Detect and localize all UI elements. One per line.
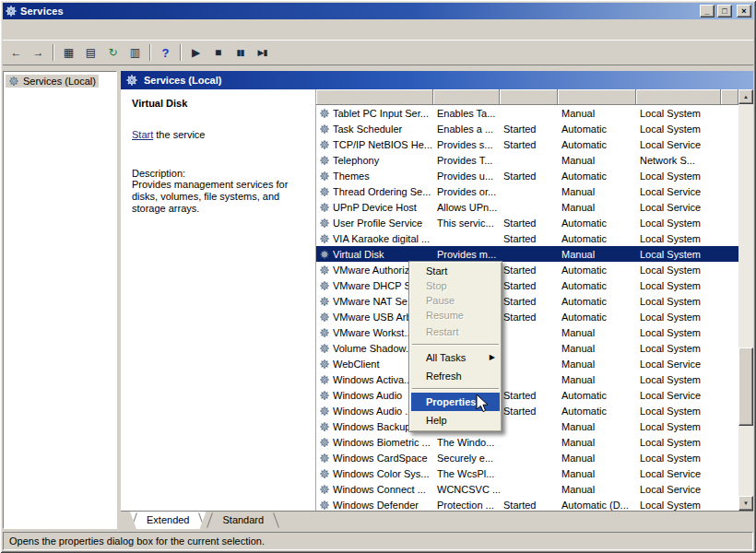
help-button[interactable]: ?: [155, 42, 176, 63]
Windows Defender[interactable]: Windows Defender Protection ... Started …: [316, 497, 738, 511]
Windows Backup[interactable]: Windows Backup Manual Local System: [316, 418, 738, 434]
menubar-item-file[interactable]: [4, 28, 17, 31]
menubar-item-view[interactable]: [30, 28, 42, 31]
cell-log-on-as: Local System: [636, 218, 721, 229]
close-button[interactable]: ×: [737, 5, 751, 18]
scroll-up-button[interactable]: ▲: [738, 89, 753, 104]
service-gear-icon: [319, 139, 330, 150]
properties-button[interactable]: ▤: [80, 42, 101, 63]
VIA Karaoke digital ...[interactable]: VIA Karaoke digital ... Started Automati…: [316, 230, 738, 246]
menubar-item-action[interactable]: [17, 28, 30, 31]
context-menu-item-all-tasks[interactable]: All Tasks ▶: [411, 348, 500, 367]
VMware USB Arb...[interactable]: VMware USB Arb... Started Automatic Loca…: [316, 309, 738, 324]
context-menu-item-label: Restart: [426, 326, 458, 337]
start-service-button[interactable]: ▶: [185, 42, 207, 63]
context-menu-item-refresh[interactable]: Refresh: [411, 367, 500, 385]
cell-log-on-as: Local System: [636, 296, 721, 307]
Volume Shadow...[interactable]: Volume Shadow... Manual Local System: [316, 340, 738, 356]
Telephony[interactable]: Telephony Provides T... Manual Network S…: [316, 152, 738, 168]
Windows CardSpace[interactable]: Windows CardSpace Securely e... Manual L…: [316, 450, 738, 465]
context-menu-item-stop[interactable]: Stop: [411, 278, 500, 293]
User Profile Service[interactable]: User Profile Service This servic... Star…: [316, 215, 738, 230]
Windows Activa...[interactable]: Windows Activa... Manual Local System: [316, 371, 738, 387]
service-gear-icon: [319, 374, 330, 385]
refresh-button[interactable]: ↻: [102, 42, 124, 63]
service-name-text: Thread Ordering Se...: [333, 186, 431, 197]
stop-service-button[interactable]: ■: [207, 42, 229, 63]
context-menu-item-label: Help: [426, 415, 447, 426]
context-menu-item-pause[interactable]: Pause: [411, 293, 500, 308]
column-header[interactable]: [636, 89, 721, 105]
VMware NAT Se...[interactable]: VMware NAT Se... Started Automatic Local…: [316, 293, 738, 309]
cell-startup-type: Manual: [558, 484, 636, 495]
toolbar: ← → ▦ ▤ ↻ ▥ ? ▶ ■ ▮▮ ▶▮: [3, 40, 753, 65]
cell-description: Enables Ta...: [433, 108, 500, 119]
column-header[interactable]: [500, 89, 558, 105]
Themes[interactable]: Themes Provides u... Started Automatic L…: [316, 168, 738, 183]
restart-service-button[interactable]: ▶▮: [252, 42, 273, 63]
cell-name: Windows Connect ...: [316, 484, 433, 495]
TCP/IP NetBIOS He...[interactable]: TCP/IP NetBIOS He... Provides s... Start…: [316, 136, 738, 152]
forward-button[interactable]: →: [28, 42, 49, 63]
service-action: Start the service: [132, 129, 304, 140]
maximize-button[interactable]: □: [717, 5, 732, 18]
cell-name: TCP/IP NetBIOS He...: [316, 139, 433, 150]
vertical-scrollbar[interactable]: ▲ ▼: [738, 89, 753, 511]
column-header[interactable]: [433, 89, 500, 105]
service-gear-icon: [319, 453, 330, 464]
show-console-tree-button[interactable]: ▦: [58, 42, 79, 63]
Windows Audio[interactable]: Windows Audio Started Automatic Local Se…: [316, 387, 738, 403]
scroll-down-button[interactable]: ▼: [738, 496, 753, 511]
cell-status: Started: [500, 218, 558, 229]
column-header[interactable]: [558, 89, 636, 105]
cell-status: Started: [500, 265, 558, 276]
column-header[interactable]: [721, 89, 738, 105]
Windows Color Sys...[interactable]: Windows Color Sys... The WcsPl... Manual…: [316, 465, 738, 481]
context-menu-item-help[interactable]: Help: [411, 411, 500, 429]
cell-log-on-as: Local Service: [636, 359, 721, 370]
context-menu-item-restart[interactable]: Restart: [411, 323, 500, 341]
Thread Ordering Se...[interactable]: Thread Ordering Se... Provides or... Man…: [316, 183, 738, 199]
Windows Connect ...[interactable]: Windows Connect ... WCNCSVC ... Manual L…: [316, 481, 738, 497]
WebClient[interactable]: WebClient Manual Local Service: [316, 356, 738, 371]
start-service-link[interactable]: Start: [132, 129, 153, 140]
VMware Workst...[interactable]: VMware Workst... Manual Local System: [316, 324, 738, 340]
VMware DHCP S...[interactable]: VMware DHCP S... Started Automatic Local…: [316, 277, 738, 293]
service-description: Provides management services for disks, …: [132, 179, 304, 215]
context-menu-item-start[interactable]: Start: [411, 264, 500, 278]
UPnP Device Host[interactable]: UPnP Device Host Allows UPn... Manual Lo…: [316, 199, 738, 215]
Task Scheduler[interactable]: Task Scheduler Enables a ... Started Aut…: [316, 121, 738, 136]
context-menu-item-label: Resume: [426, 310, 464, 321]
cell-name: VIA Karaoke digital ...: [316, 233, 433, 244]
tree-item-services-local[interactable]: Services (Local): [6, 75, 99, 88]
tab-extended[interactable]: Extended: [130, 512, 206, 529]
service-name-text: TCP/IP NetBIOS He...: [333, 139, 432, 150]
context-menu-separator[interactable]: [412, 344, 499, 346]
service-gear-icon: [319, 406, 330, 417]
Windows Biometric ...[interactable]: Windows Biometric ... The Windo... Manua…: [316, 434, 738, 450]
column-header[interactable]: [316, 89, 433, 105]
Windows Audio ...[interactable]: Windows Audio ... Started Automatic Loca…: [316, 403, 738, 418]
context-menu-separator[interactable]: [412, 388, 499, 390]
pause-service-button[interactable]: ▮▮: [230, 42, 251, 63]
service-gear-icon: [319, 171, 330, 182]
Tablet PC Input Ser...[interactable]: Tablet PC Input Ser... Enables Ta... Man…: [316, 105, 738, 121]
context-menu-item-resume[interactable]: Resume: [411, 308, 500, 323]
VMware Authoriz...[interactable]: VMware Authoriz... Started Automatic Loc…: [316, 262, 738, 277]
service-gear-icon: [319, 327, 330, 338]
service-name-text: VMware Authoriz...: [333, 265, 418, 276]
back-icon: ←: [11, 46, 22, 59]
scrollbar-thumb[interactable]: [738, 347, 753, 426]
tab-standard[interactable]: Standard: [206, 512, 280, 529]
minimize-button[interactable]: _: [700, 5, 715, 18]
cell-startup-type: Automatic: [558, 390, 636, 401]
service-gear-icon: [319, 155, 330, 166]
cell-log-on-as: Local Service: [636, 468, 721, 479]
Virtual Disk[interactable]: Virtual Disk Provides m... Manual Local …: [316, 246, 738, 262]
back-button[interactable]: ←: [6, 42, 27, 63]
export-list-button[interactable]: ▥: [124, 42, 146, 63]
menubar-item-help[interactable]: [42, 28, 55, 31]
context-menu-item-label: Properties: [426, 396, 476, 407]
cell-name: Telephony: [316, 155, 433, 166]
service-name-text: Themes: [333, 171, 370, 182]
